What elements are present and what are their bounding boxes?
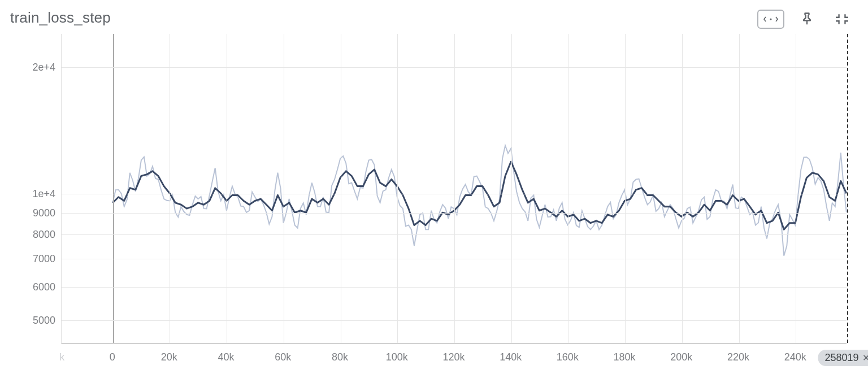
x-tick-label: 160k [557,351,579,363]
y-tick-label: 1e+4 [32,188,55,199]
gridline-v [796,34,796,343]
x-tick-label: 0 [110,351,115,363]
x-tick-label: 80k [332,351,348,363]
fit-extents-icon [763,15,778,24]
gridline-v [739,34,740,343]
chart-toolbar [757,7,854,32]
collapse-icon [835,12,849,27]
svg-point-0 [770,18,771,20]
x-tick-label: 140k [500,351,522,363]
fullscreen-toggle-button[interactable] [830,7,854,32]
cursor-value-text: 258019 [824,352,858,364]
plot-area[interactable] [61,34,847,343]
gridline-v [227,34,227,343]
pin-icon [799,11,815,27]
x-tick-label: 220k [727,351,749,363]
gridline-h [62,287,847,288]
x-tick-label-faded: k [59,351,64,363]
fit-data-button[interactable] [757,10,784,29]
y-tick-label: 6000 [33,281,55,293]
gridline-h [62,67,847,68]
gridline-v [284,34,284,343]
gridline-v [568,34,568,343]
y-tick-label: 2e+4 [32,61,55,73]
y-tick-label: 7000 [33,253,55,265]
gridline-h [62,320,847,321]
y-axis: 500060007000800090001e+42e+4 [10,34,60,343]
gridline-v [511,34,512,343]
x-tick-label: 60k [275,351,291,363]
x-tick-label: 100k [386,351,408,363]
y-tick-label: 5000 [33,314,55,326]
gridline-v [625,34,626,343]
gridline-h [62,194,847,194]
gridline-v [454,34,455,343]
chart-area[interactable]: 500060007000800090001e+42e+4 020k40k60k8… [10,34,858,371]
series-raw [113,146,847,256]
gridline-v [397,34,398,343]
gridline-h [62,259,847,259]
x-tick-label: 240k [784,351,806,363]
cursor-line[interactable] [847,34,848,343]
cursor-value-badge[interactable]: 258019✕ [818,350,868,366]
y-tick-label: 8000 [33,228,55,240]
gridline-v [682,34,683,343]
x-axis: 020k40k60k80k100k120k140k160k180k200k220… [61,345,847,371]
x-tick-label: 180k [614,351,636,363]
chart-title: train_loss_step [10,9,111,27]
gridline-h [62,234,847,235]
x-tick-label: 40k [218,351,235,363]
pin-button[interactable] [795,7,819,32]
close-icon[interactable]: ✕ [862,353,868,363]
y-tick-label: 9000 [33,207,55,219]
x-tick-label: 20k [161,351,177,363]
x-tick-label: 200k [670,351,692,363]
gridline-v [341,34,341,343]
gridline-h [62,213,847,214]
series-smoothed [113,162,847,229]
chart-panel: train_loss_step 500060007000800090001e+4… [0,0,868,374]
gridline-v [170,34,170,343]
x-tick-label: 120k [442,351,465,363]
gridline-v [113,34,114,343]
